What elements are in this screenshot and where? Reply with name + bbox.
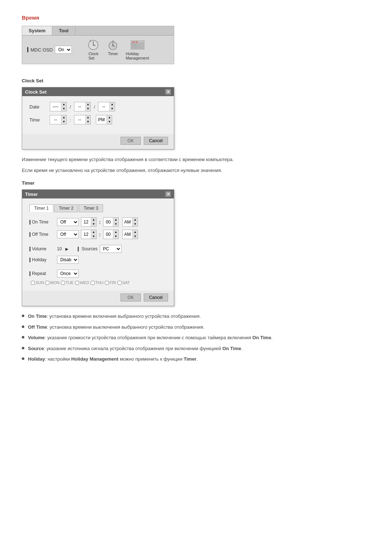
date-up2[interactable]: ▲: [86, 102, 91, 107]
off-min-input[interactable]: [103, 232, 113, 237]
time-ampm-input[interactable]: [96, 117, 106, 122]
off-min-field[interactable]: ▲ ▼: [103, 230, 119, 239]
timer-tab-3[interactable]: Timer 3: [79, 204, 103, 212]
svg-rect-13: [131, 44, 136, 44]
off-ampm-input[interactable]: [123, 232, 132, 237]
off-time-select[interactable]: Off: [57, 230, 79, 238]
date-up1[interactable]: ▲: [61, 102, 66, 107]
timer-ok-button[interactable]: OK: [121, 294, 140, 301]
on-hour-input[interactable]: [81, 219, 91, 225]
off-min-down[interactable]: ▼: [113, 234, 118, 239]
on-ampm-field[interactable]: ▲ ▼: [122, 217, 138, 227]
timer-tab-2[interactable]: Timer 2: [54, 204, 78, 212]
day-wed[interactable]: WED: [75, 280, 89, 285]
time-ampm-up[interactable]: ▲: [107, 115, 112, 120]
sources-select[interactable]: PC: [100, 245, 122, 253]
date-input3[interactable]: [98, 104, 109, 109]
off-hour-field[interactable]: ▲ ▼: [81, 230, 97, 239]
day-tue[interactable]: TUE: [61, 280, 74, 285]
on-ampm-down[interactable]: ▼: [132, 222, 138, 226]
time-field2[interactable]: ▲ ▼: [74, 115, 91, 124]
clock-ok-button[interactable]: OK: [121, 137, 140, 145]
day-thu-checkbox[interactable]: [91, 281, 95, 285]
off-time-row: Off Time Off ▲ ▼ : ▲ ▼: [29, 230, 167, 239]
tab-system[interactable]: System: [22, 26, 52, 35]
on-time-label: On Time: [29, 219, 55, 225]
off-ampm-field[interactable]: ▲ ▼: [122, 230, 138, 239]
time-input2[interactable]: [74, 117, 85, 122]
day-thu[interactable]: THU: [91, 280, 104, 285]
on-hour-down[interactable]: ▼: [91, 222, 96, 226]
day-tue-checkbox[interactable]: [61, 281, 65, 285]
svg-rect-16: [131, 47, 142, 48]
bullet-item-holiday: Holiday: настройки Holiday Management мо…: [22, 356, 370, 363]
clock-cancel-button[interactable]: Cancel: [144, 137, 168, 145]
on-min-up[interactable]: ▲: [113, 218, 118, 222]
on-ampm-input[interactable]: [123, 219, 132, 225]
day-mon-checkbox[interactable]: [45, 281, 49, 285]
on-time-select[interactable]: Off: [57, 218, 79, 226]
date-field3[interactable]: ▲ ▼: [98, 102, 115, 111]
time-down2[interactable]: ▼: [86, 120, 91, 124]
clock-date-label: Date: [29, 104, 48, 110]
off-hour-down[interactable]: ▼: [91, 234, 96, 239]
holiday-mgmt-icon-item[interactable]: HolidayManagement: [126, 39, 149, 60]
on-min-down[interactable]: ▼: [113, 222, 118, 226]
time-input1[interactable]: [50, 117, 61, 122]
day-sun[interactable]: SUN: [31, 280, 44, 285]
off-time-label: Off Time: [29, 232, 55, 237]
mdc-osd-select[interactable]: On: [55, 46, 72, 54]
time-ampm-field[interactable]: ▲ ▼: [96, 115, 112, 124]
date-input2[interactable]: [74, 104, 85, 109]
off-hour-input[interactable]: [81, 232, 91, 237]
volume-label: Volume: [29, 246, 55, 251]
svg-rect-17: [132, 42, 134, 42]
bullet-text-1: On Time: установка времени включения выб…: [28, 313, 201, 320]
day-mon[interactable]: MON: [45, 280, 60, 285]
bullet-item-on-time: On Time: установка времени включения выб…: [22, 313, 370, 320]
svg-rect-12: [131, 43, 144, 43]
time-down1[interactable]: ▼: [61, 120, 66, 124]
bullet-item-source: Source: указание источника сигнала устро…: [22, 345, 370, 352]
date-down3[interactable]: ▼: [110, 107, 115, 111]
day-wed-checkbox[interactable]: [75, 281, 79, 285]
day-sun-checkbox[interactable]: [31, 281, 35, 285]
day-fri-label: FRI: [110, 280, 116, 285]
time-up2[interactable]: ▲: [86, 115, 91, 120]
timer-icon-item[interactable]: Timer: [106, 39, 120, 60]
day-fri[interactable]: FRI: [105, 280, 116, 285]
volume-arrow[interactable]: ▶: [65, 247, 68, 251]
holiday-select[interactable]: Disable: [57, 256, 79, 264]
day-sat[interactable]: SAT: [118, 280, 130, 285]
time-up1[interactable]: ▲: [61, 115, 66, 120]
off-hour-up[interactable]: ▲: [91, 230, 96, 234]
day-fri-checkbox[interactable]: [105, 281, 109, 285]
date-field2[interactable]: ▲ ▼: [74, 102, 91, 111]
date-down2[interactable]: ▼: [86, 107, 91, 111]
time-field1[interactable]: ▲ ▼: [50, 115, 67, 124]
on-ampm-up[interactable]: ▲: [132, 218, 138, 222]
repeat-select[interactable]: Once: [57, 270, 79, 278]
clock-dialog-close[interactable]: ✕: [165, 89, 171, 95]
tab-tool[interactable]: Tool: [52, 26, 75, 35]
on-min-input[interactable]: [103, 219, 113, 225]
clock-set-icon-item[interactable]: ClockSet: [86, 39, 100, 60]
on-min-field[interactable]: ▲ ▼: [103, 217, 119, 227]
off-min-up[interactable]: ▲: [113, 230, 118, 234]
date-up3[interactable]: ▲: [110, 102, 115, 107]
timer-dialog-close[interactable]: ✕: [165, 191, 171, 197]
off-ampm-up[interactable]: ▲: [132, 230, 138, 234]
date-field1[interactable]: ▲ ▼: [50, 102, 67, 111]
date-down1[interactable]: ▼: [61, 107, 66, 111]
timer-cancel-button[interactable]: Cancel: [144, 294, 168, 301]
sources-row: Sources PC: [74, 245, 121, 253]
bullet-text-4: Source: указание источника сигнала устро…: [28, 345, 242, 352]
on-hour-field[interactable]: ▲ ▼: [81, 217, 97, 227]
day-sat-checkbox[interactable]: [118, 281, 122, 285]
time-ampm-down[interactable]: ▼: [107, 120, 112, 124]
off-ampm-down[interactable]: ▼: [132, 234, 138, 239]
date-input1[interactable]: [50, 104, 61, 109]
on-hour-up[interactable]: ▲: [91, 218, 96, 222]
timer-tab-1[interactable]: Timer 1: [29, 204, 53, 212]
volume-bar: [29, 247, 30, 251]
